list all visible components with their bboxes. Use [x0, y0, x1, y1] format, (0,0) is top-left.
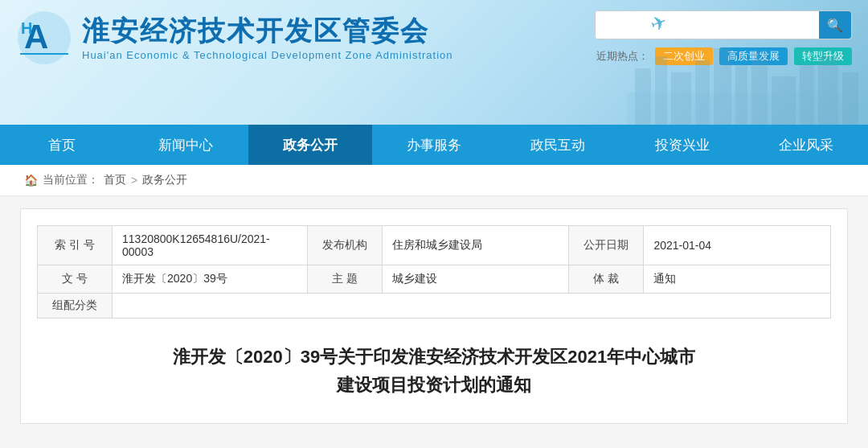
breadcrumb-home[interactable]: 首页	[104, 173, 126, 187]
nav-services[interactable]: 办事服务	[372, 125, 496, 165]
svg-rect-10	[735, 64, 747, 125]
value-publisher: 住房和城乡建设局	[382, 226, 569, 265]
label-genre: 体 裁	[569, 265, 644, 294]
label-publisher: 发布机构	[307, 226, 382, 265]
svg-rect-15	[842, 72, 858, 125]
label-date: 公开日期	[569, 226, 644, 265]
svg-rect-8	[695, 60, 710, 125]
svg-rect-13	[800, 64, 814, 125]
main-content: 索 引 号 11320800K12654816U/2021-00003 发布机构…	[20, 208, 848, 424]
svg-rect-9	[714, 48, 731, 125]
logo-area: A H 淮安经济技术开发区管委会 Huai'an Economic & Tech…	[16, 10, 453, 66]
org-subtitle: Huai'an Economic & Technological Develop…	[82, 49, 453, 61]
nav-investment[interactable]: 投资兴业	[620, 125, 743, 165]
label-subject: 主 题	[307, 265, 382, 294]
main-nav: 首页 新闻中心 政务公开 办事服务 政民互动 投资兴业 企业风采	[0, 125, 868, 165]
svg-rect-11	[751, 52, 768, 125]
value-subject: 城乡建设	[382, 265, 569, 294]
nav-news[interactable]: 新闻中心	[124, 125, 248, 165]
svg-text:H: H	[21, 19, 32, 37]
doc-title: 淮开发〔2020〕39号关于印发淮安经济技术开发区2021年中心城市建设项目投资…	[69, 343, 799, 399]
svg-rect-14	[818, 56, 838, 125]
nav-home[interactable]: 首页	[0, 125, 124, 165]
city-silhouette	[627, 28, 868, 125]
value-docno: 淮开发〔2020〕39号	[113, 265, 308, 294]
nav-interaction[interactable]: 政民互动	[496, 125, 620, 165]
breadcrumb-label: 当前位置：	[43, 173, 99, 187]
table-row: 文 号 淮开发〔2020〕39号 主 题 城乡建设 体 裁 通知	[38, 265, 831, 294]
value-genre: 通知	[644, 265, 831, 294]
breadcrumb: 🏠 当前位置： 首页 > 政务公开	[0, 165, 868, 196]
label-index: 索 引 号	[38, 226, 113, 265]
breadcrumb-current: 政务公开	[142, 173, 187, 187]
table-row-category: 组配分类	[38, 294, 831, 319]
nav-enterprise[interactable]: 企业风采	[744, 125, 868, 165]
value-date: 2021-01-04	[644, 226, 831, 265]
home-icon: 🏠	[24, 174, 38, 187]
label-category: 组配分类	[38, 294, 113, 319]
table-row: 索 引 号 11320800K12654816U/2021-00003 发布机构…	[38, 226, 831, 265]
svg-rect-6	[655, 56, 667, 125]
logo-icon: A H	[16, 10, 72, 66]
label-docno: 文 号	[38, 265, 113, 294]
value-index: 11320800K12654816U/2021-00003	[113, 226, 308, 265]
value-category	[113, 294, 831, 319]
doc-title-section: 淮开发〔2020〕39号关于印发淮安经济技术开发区2021年中心城市建设项目投资…	[37, 335, 831, 407]
svg-rect-7	[671, 72, 691, 125]
info-table: 索 引 号 11320800K12654816U/2021-00003 发布机构…	[37, 225, 831, 319]
logo-text: 淮安经济技术开发区管委会 Huai'an Economic & Technolo…	[82, 14, 453, 61]
org-title: 淮安经济技术开发区管委会	[82, 14, 453, 47]
svg-rect-12	[772, 76, 796, 125]
header: A H 淮安经济技术开发区管委会 Huai'an Economic & Tech…	[0, 0, 868, 125]
nav-govaffairs[interactable]: 政务公开	[248, 125, 372, 165]
svg-rect-5	[635, 68, 651, 125]
breadcrumb-separator: >	[131, 174, 137, 187]
